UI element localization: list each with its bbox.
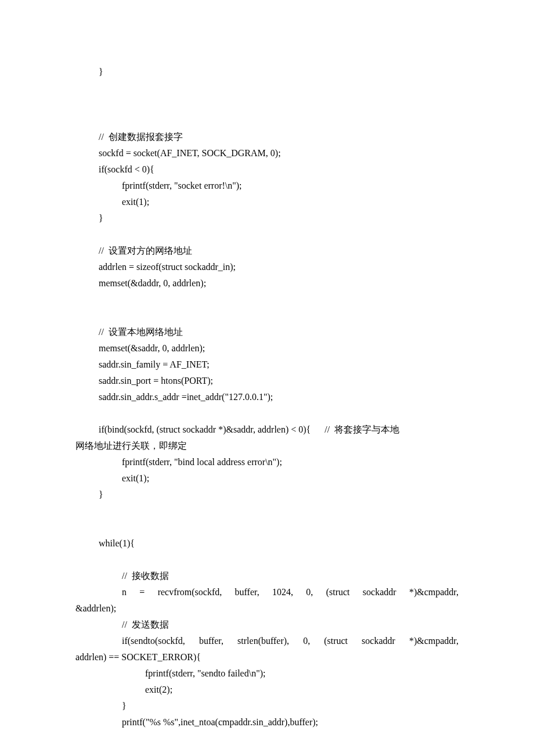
code-line-wrap: addrlen) == SOCKET_ERROR){ <box>75 649 459 665</box>
code-line: exit(1); <box>75 194 459 210</box>
code-line: } <box>75 698 459 714</box>
code-line: exit(2); <box>75 682 459 698</box>
code-comment: // 设置对方的网络地址 <box>75 243 459 259</box>
code-line: if(bind(sockfd, (struct sockaddr *)&sadd… <box>75 422 459 438</box>
blank-line <box>75 291 459 308</box>
code-line: saddr.sin_family = AF_INET; <box>75 357 459 373</box>
code-line: sockfd = socket(AF_INET, SOCK_DGRAM, 0); <box>75 145 459 161</box>
document-page: } // 创建数据报套接字 sockfd = socket(AF_INET, S… <box>0 0 534 756</box>
code-line: } <box>75 487 459 503</box>
code-line: fprintf(stderr, "sendto failed\n"); <box>75 665 459 682</box>
code-comment: // 发送数据 <box>75 617 459 633</box>
code-line-wrap: &addrlen); <box>75 600 459 617</box>
code-line: } <box>75 210 459 226</box>
code-comment: // 设置本地网络地址 <box>75 324 459 340</box>
code-line: } <box>75 64 459 80</box>
code-line: printf("%s %s",inet_ntoa(cmpaddr.sin_add… <box>75 714 459 730</box>
blank-line <box>75 405 459 422</box>
code-line: saddr.sin_port = htons(PORT); <box>75 373 459 389</box>
code-line: n = recvfrom(sockfd, buffer, 1024, 0, (s… <box>75 584 459 600</box>
code-line-wrap: 网络地址进行关联，即绑定 <box>75 438 459 454</box>
blank-line <box>75 503 459 519</box>
blank-line <box>75 519 459 535</box>
code-line: addrlen = sizeof(struct sockaddr_in); <box>75 259 459 275</box>
code-line: fprintf(stderr, "bind local address erro… <box>75 454 459 470</box>
code-comment: // 创建数据报套接字 <box>75 129 459 145</box>
code-line: memset(&daddr, 0, addrlen); <box>75 275 459 291</box>
code-line: while(1){ <box>75 535 459 552</box>
blank-line <box>75 113 459 129</box>
code-comment: // 接收数据 <box>75 568 459 584</box>
code-line: if(sockfd < 0){ <box>75 161 459 178</box>
blank-line <box>75 96 459 113</box>
code-line: exit(1); <box>75 470 459 487</box>
code-line: memset(&saddr, 0, addrlen); <box>75 340 459 357</box>
blank-line <box>75 308 459 324</box>
code-line: saddr.sin_addr.s_addr =inet_addr("127.0.… <box>75 389 459 405</box>
code-line: if(sendto(sockfd, buffer, strlen(buffer)… <box>75 633 459 649</box>
blank-line <box>75 80 459 96</box>
blank-line <box>75 552 459 568</box>
blank-line <box>75 226 459 243</box>
code-line: fprintf(stderr, "socket error!\n"); <box>75 178 459 194</box>
